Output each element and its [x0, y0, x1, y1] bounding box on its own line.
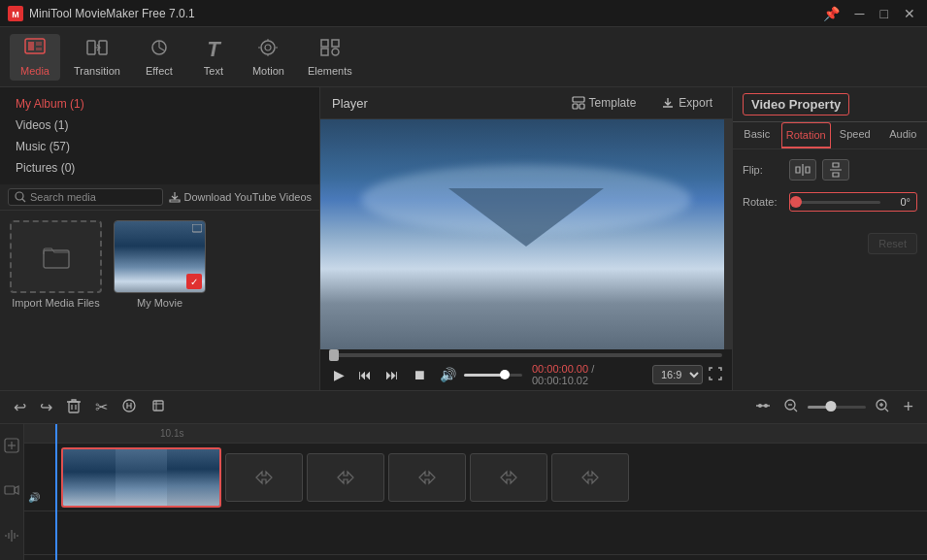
svg-point-28: [758, 404, 762, 408]
aspect-ratio-select[interactable]: 16:9 4:3 1:1: [652, 365, 703, 384]
svg-point-14: [332, 49, 339, 55]
toolbar-elements[interactable]: Elements: [298, 34, 362, 81]
stop-button[interactable]: ⏹: [409, 365, 430, 384]
transition-block-2[interactable]: [307, 453, 384, 502]
progress-thumb[interactable]: [329, 349, 339, 361]
add-media-icon[interactable]: [4, 438, 19, 456]
timeline-toolbar: ↩ ↪ ✂: [0, 391, 927, 424]
reset-button[interactable]: Reset: [868, 233, 917, 254]
playback-progress[interactable]: [330, 353, 722, 357]
undo-button[interactable]: ↩: [10, 396, 30, 418]
zoom-thumb[interactable]: [826, 401, 837, 412]
nav-my-album[interactable]: My Album (1): [8, 93, 312, 115]
zoom-track[interactable]: [808, 406, 866, 409]
clip-frames: [63, 449, 219, 506]
volume-fill: [464, 374, 505, 377]
delete-button[interactable]: [62, 396, 85, 419]
zoom-control[interactable]: [808, 406, 866, 409]
rotate-thumb[interactable]: [790, 196, 802, 208]
prev-frame-button[interactable]: ⏮: [354, 365, 376, 384]
rotate-slider[interactable]: [796, 201, 880, 204]
volume-thumb[interactable]: [500, 370, 510, 379]
nav-videos[interactable]: Videos (1): [8, 115, 312, 136]
redo-button[interactable]: ↪: [36, 396, 56, 418]
scroll-handle[interactable]: [724, 119, 732, 349]
clip-frame-2: [116, 449, 168, 506]
svg-rect-4: [36, 42, 42, 46]
crop-button[interactable]: [147, 396, 170, 419]
video-track: 🔊: [24, 444, 927, 511]
folder-icon: [42, 243, 71, 272]
text-icon: T: [207, 37, 219, 62]
video-clip[interactable]: 🔊: [61, 447, 221, 508]
tab-rotation[interactable]: Rotation: [781, 122, 832, 148]
flip-horizontal-button[interactable]: [789, 159, 816, 181]
pin-icon[interactable]: 📌: [819, 6, 844, 21]
zoom-in-button[interactable]: [872, 397, 893, 418]
property-content: Flip: Rotate: 0°: [733, 149, 927, 264]
transition-block-1[interactable]: [225, 453, 303, 502]
nav-pictures[interactable]: Pictures (0): [8, 157, 312, 179]
download-youtube-button[interactable]: Download YouTube Videos: [169, 191, 313, 203]
audio-separate-button[interactable]: [117, 396, 141, 419]
download-label: Download YouTube Videos: [184, 191, 313, 203]
split-audio-icon: [751, 396, 775, 419]
toolbar-effect[interactable]: Effect: [134, 34, 184, 81]
tab-speed[interactable]: Speed: [831, 122, 879, 148]
close-button[interactable]: ✕: [900, 6, 919, 21]
rotate-label: Rotate:: [743, 196, 781, 208]
maximize-button[interactable]: □: [877, 6, 892, 21]
minimize-button[interactable]: ─: [851, 6, 869, 21]
svg-rect-21: [579, 104, 584, 109]
tab-audio[interactable]: Audio: [879, 122, 928, 148]
toolbar-transition[interactable]: Transition: [64, 34, 130, 81]
cut-button[interactable]: ✂: [91, 396, 112, 418]
mute-button[interactable]: 🔊: [436, 365, 460, 384]
volume-slider[interactable]: [464, 374, 522, 377]
toolbar-media[interactable]: Media: [10, 34, 60, 81]
fullscreen-button[interactable]: [709, 367, 722, 383]
add-track-button[interactable]: +: [899, 395, 917, 419]
media-label: Media: [20, 65, 50, 77]
media-grid: Import Media Files ✓ My Movie: [0, 211, 319, 390]
player-header: Player Template Export: [320, 87, 732, 119]
elements-label: Elements: [308, 65, 352, 77]
rotate-value: 0°: [886, 196, 910, 208]
window-controls[interactable]: 📌 ─ □ ✕: [819, 6, 919, 21]
timeline-tracks: 10.1s 🔊: [24, 424, 927, 560]
flip-vertical-button[interactable]: [822, 159, 849, 181]
my-movie-item[interactable]: ✓ My Movie: [114, 220, 206, 309]
effect-icon: [149, 38, 170, 62]
flip-controls: [789, 159, 849, 181]
svg-point-10: [265, 45, 271, 50]
import-media-item[interactable]: Import Media Files: [10, 220, 102, 309]
audio-track: [24, 511, 927, 555]
svg-point-15: [16, 192, 23, 200]
export-label: Export: [679, 96, 712, 110]
tab-basic[interactable]: Basic: [733, 122, 781, 148]
template-button[interactable]: Template: [564, 93, 645, 113]
video-property-title: Video Property: [743, 93, 849, 115]
property-tabs: Basic Rotation Speed Audio: [733, 122, 927, 149]
search-box[interactable]: Search media: [8, 188, 163, 206]
clip-frame-3: [167, 449, 219, 506]
play-button[interactable]: ▶: [330, 365, 348, 384]
transition-block-3[interactable]: [388, 453, 466, 502]
zoom-out-button[interactable]: [780, 397, 802, 418]
rotate-container[interactable]: 0°: [789, 192, 917, 212]
template-icon: [572, 96, 585, 110]
toolbar-motion[interactable]: Motion: [243, 34, 294, 81]
export-button[interactable]: Export: [653, 93, 720, 113]
left-panel: My Album (1) Videos (1) Music (57) Pictu…: [0, 87, 320, 390]
main-area: My Album (1) Videos (1) Music (57) Pictu…: [0, 87, 927, 390]
svg-rect-18: [192, 224, 202, 232]
transition-block-5[interactable]: [551, 453, 629, 502]
svg-text:M: M: [12, 10, 19, 19]
toolbar-text[interactable]: T Text: [188, 33, 239, 81]
next-frame-button[interactable]: ⏭: [381, 365, 403, 384]
nav-music[interactable]: Music (57): [8, 136, 312, 157]
player-actions: Template Export: [564, 93, 720, 113]
transition-block-4[interactable]: [470, 453, 547, 502]
svg-rect-5: [36, 48, 42, 50]
media-controls: Search media Download YouTube Videos: [0, 184, 319, 211]
